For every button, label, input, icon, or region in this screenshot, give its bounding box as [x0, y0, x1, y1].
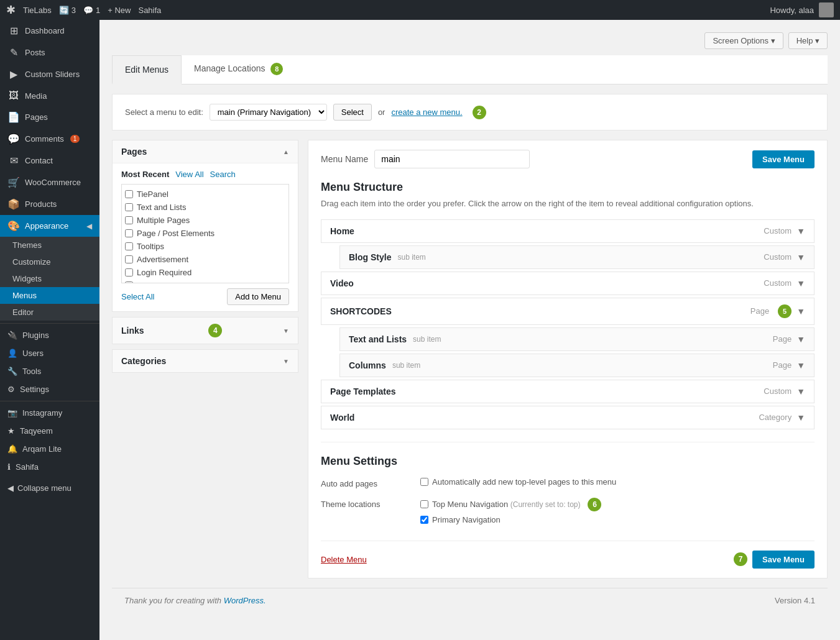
sidebar-item-woocommerce[interactable]: 🛒 WooCommerce	[0, 171, 99, 193]
menu-item-text-lists-type: Page	[773, 334, 792, 344]
menu-item-text-lists-arrow[interactable]: ▼	[796, 334, 805, 344]
links-panel-header[interactable]: Links 4 ▼	[113, 318, 298, 344]
select-menu-button[interactable]: Select	[333, 104, 372, 121]
save-menu-button-top[interactable]: Save Menu	[752, 150, 815, 168]
sidebar-item-customize[interactable]: Customize	[0, 254, 99, 270]
menu-item-world[interactable]: World Category ▼	[321, 406, 815, 429]
menu-item-shortcodes-type: Page	[750, 306, 769, 316]
menu-item-columns-arrow[interactable]: ▼	[796, 360, 805, 370]
menu-item-blog-style[interactable]: Blog Style sub item Custom ▼	[339, 245, 815, 269]
pages-label-tooltips: Tooltips	[137, 242, 164, 251]
add-to-menu-button[interactable]: Add to Menu	[227, 288, 289, 305]
sidebar-item-media[interactable]: 🖼 Media	[0, 85, 99, 106]
pages-panel-header[interactable]: Pages ▲	[113, 140, 298, 163]
menu-item-video[interactable]: Video Custom ▼	[321, 272, 815, 295]
sidebar-item-appearance[interactable]: 🎨 Appearance ◀	[0, 215, 99, 237]
sidebar-item-sahifa[interactable]: ℹ Sahifa	[0, 458, 99, 476]
adminbar-new[interactable]: + New	[108, 6, 131, 15]
tab-edit-menus[interactable]: Edit Menus	[112, 55, 182, 85]
footer-wp-link[interactable]: WordPress.	[224, 596, 266, 605]
screen-options-button[interactable]: Screen Options ▾	[704, 32, 783, 49]
pages-tab-search[interactable]: Search	[210, 170, 236, 179]
sidebar-item-posts[interactable]: ✎ Posts	[0, 42, 99, 63]
menu-item-home[interactable]: Home Custom ▼	[321, 219, 815, 243]
adminbar-site-name[interactable]: TieLabs	[23, 6, 52, 15]
sidebar-item-plugins[interactable]: 🔌 Plugins	[0, 326, 99, 344]
sidebar-item-taqyeem[interactable]: ★ Taqyeem	[0, 422, 99, 440]
pages-panel-arrow: ▲	[283, 149, 289, 155]
menu-item-shortcodes[interactable]: SHORTCODES Page 5 ▼	[321, 298, 815, 325]
sidebar-item-products[interactable]: 📦 Products	[0, 193, 99, 215]
pages-checkbox-timeline[interactable]	[125, 281, 133, 283]
pages-checkbox-tooltips[interactable]	[125, 242, 133, 250]
pages-checkbox-login-required[interactable]	[125, 268, 133, 277]
save-menu-button-bottom[interactable]: Save Menu	[752, 551, 815, 569]
editor-label: Editor	[12, 308, 34, 317]
tab-manage-locations[interactable]: Manage Locations 8	[182, 55, 295, 85]
pages-tab-view-all[interactable]: View All	[175, 170, 203, 179]
primary-nav-checkbox[interactable]	[420, 516, 428, 524]
adminbar-howdy[interactable]: Howdy, alaa	[770, 6, 814, 15]
help-button[interactable]: Help ▾	[788, 32, 828, 49]
menu-item-home-arrow[interactable]: ▼	[796, 226, 805, 236]
menu-item-page-templates-arrow[interactable]: ▼	[796, 386, 805, 396]
menu-item-text-lists[interactable]: Text and Lists sub item Page ▼	[339, 327, 815, 351]
menu-item-world-arrow[interactable]: ▼	[796, 413, 805, 423]
menu-select-dropdown[interactable]: main (Primary Navigation)	[210, 104, 327, 121]
menu-structure-title: Menu Structure	[321, 181, 815, 194]
sidebar-item-themes[interactable]: Themes	[0, 237, 99, 254]
sidebar-item-contact[interactable]: ✉ Contact	[0, 150, 99, 171]
sidebar-label-pages: Pages	[25, 112, 48, 122]
sidebar-item-pages[interactable]: 📄 Pages	[0, 106, 99, 128]
pages-checkbox-advertisement[interactable]	[125, 255, 133, 263]
sidebar-item-dashboard[interactable]: ⊞ Dashboard	[0, 20, 99, 42]
sidebar-item-instagramy[interactable]: 📷 Instagramy	[0, 404, 99, 422]
menu-settings-section: Menu Settings Auto add pages Automatical…	[321, 442, 815, 528]
adminbar-comments[interactable]: 💬1	[83, 6, 100, 15]
auto-add-checkbox[interactable]	[420, 478, 428, 486]
sidebar-item-arqam[interactable]: 🔔 Arqam Lite	[0, 440, 99, 458]
sidebar-item-menus[interactable]: Menus	[0, 287, 99, 304]
menu-item-page-templates[interactable]: Page Templates Custom ▼	[321, 380, 815, 403]
pages-item-advertisement: Advertisement	[125, 253, 285, 266]
menu-item-text-lists-right: Page ▼	[773, 334, 805, 344]
sidebar-item-widgets[interactable]: Widgets	[0, 270, 99, 287]
text-lists-sub-label: sub item	[413, 335, 441, 344]
pages-tab-most-recent[interactable]: Most Recent	[121, 170, 169, 179]
sahifa-label: Sahifa	[16, 462, 39, 472]
menu-item-blog-style-arrow[interactable]: ▼	[796, 252, 805, 262]
adminbar-updates[interactable]: 🔄3	[59, 6, 76, 15]
pages-checkbox-tiepanel[interactable]	[125, 190, 133, 198]
sidebar-item-comments[interactable]: 💬 Comments 1	[0, 128, 99, 150]
sidebar-item-settings[interactable]: ⚙ Settings	[0, 380, 99, 398]
menu-item-world-type: Category	[759, 413, 792, 422]
primary-nav-label: Primary Navigation	[432, 515, 501, 524]
pages-checkbox-page-post-elements[interactable]	[125, 229, 133, 237]
appearance-arrow: ◀	[86, 222, 92, 231]
create-new-menu-link[interactable]: create a new menu.	[391, 107, 462, 117]
menu-item-page-templates-type: Custom	[764, 386, 792, 396]
menu-item-video-arrow[interactable]: ▼	[796, 278, 805, 288]
media-icon: 🖼	[7, 90, 20, 101]
sidebar-item-users[interactable]: 👤 Users	[0, 344, 99, 362]
sidebar-item-custom-sliders[interactable]: ▶ Custom Sliders	[0, 63, 99, 85]
sidebar-item-tools[interactable]: 🔧 Tools	[0, 362, 99, 380]
top-menu-checkbox[interactable]	[420, 500, 428, 508]
menu-item-page-templates-right: Custom ▼	[764, 386, 805, 396]
auto-add-checkbox-row: Automatically add new top-level pages to…	[420, 477, 815, 487]
delete-menu-link[interactable]: Delete Menu	[321, 555, 367, 564]
wp-logo[interactable]: ✱	[6, 3, 16, 17]
menu-item-columns[interactable]: Columns sub item Page ▼	[339, 354, 815, 377]
pages-item-page-post-elements: Page / Post Elements	[125, 227, 285, 240]
pages-checkbox-text-lists[interactable]	[125, 203, 133, 211]
categories-panel-header[interactable]: Categories ▼	[113, 350, 298, 372]
categories-panel-title: Categories	[121, 356, 166, 366]
sidebar-item-editor[interactable]: Editor	[0, 304, 99, 321]
menu-name-input[interactable]	[374, 150, 530, 168]
collapse-menu-button[interactable]: ◀ Collapse menu	[0, 478, 99, 498]
woo-icon: 🛒	[7, 176, 20, 188]
sidebar-label-media: Media	[25, 91, 47, 101]
pages-checkbox-multiple-pages[interactable]	[125, 216, 133, 224]
menu-item-shortcodes-arrow[interactable]: ▼	[796, 306, 805, 316]
select-all-link[interactable]: Select All	[121, 292, 154, 301]
